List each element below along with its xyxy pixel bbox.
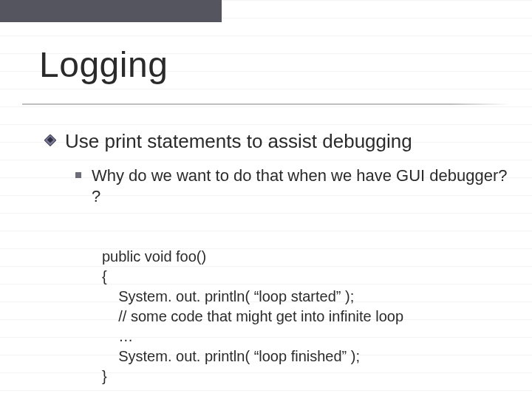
- code-line: }: [102, 368, 107, 384]
- code-line: System. out. println( “loop finished” );: [102, 348, 360, 364]
- title-divider: [22, 103, 510, 105]
- code-line: // some code that might get into infinit…: [102, 308, 403, 324]
- bullet-1-text: Use print statements to assist debugging: [65, 129, 412, 154]
- slide-content: Use print statements to assist debugging…: [44, 129, 510, 399]
- code-line: public void foo(): [102, 248, 206, 265]
- diamond-bullet-icon: [44, 134, 56, 146]
- header-accent-bar: [0, 0, 222, 22]
- code-line: …: [102, 328, 133, 344]
- slide-title: Logging: [39, 44, 168, 85]
- bullet-level-2: Why do we want to do that when we have G…: [75, 166, 510, 208]
- code-block: public void foo() { System. out. println…: [102, 227, 510, 399]
- code-line: {: [102, 268, 107, 284]
- slide: Logging Use print statements to assist d…: [0, 0, 532, 399]
- bullet-level-1: Use print statements to assist debugging: [44, 129, 510, 154]
- square-bullet-icon: [75, 172, 81, 178]
- bullet-2-text: Why do we want to do that when we have G…: [92, 166, 510, 208]
- code-line: System. out. println( “loop started” );: [102, 288, 354, 304]
